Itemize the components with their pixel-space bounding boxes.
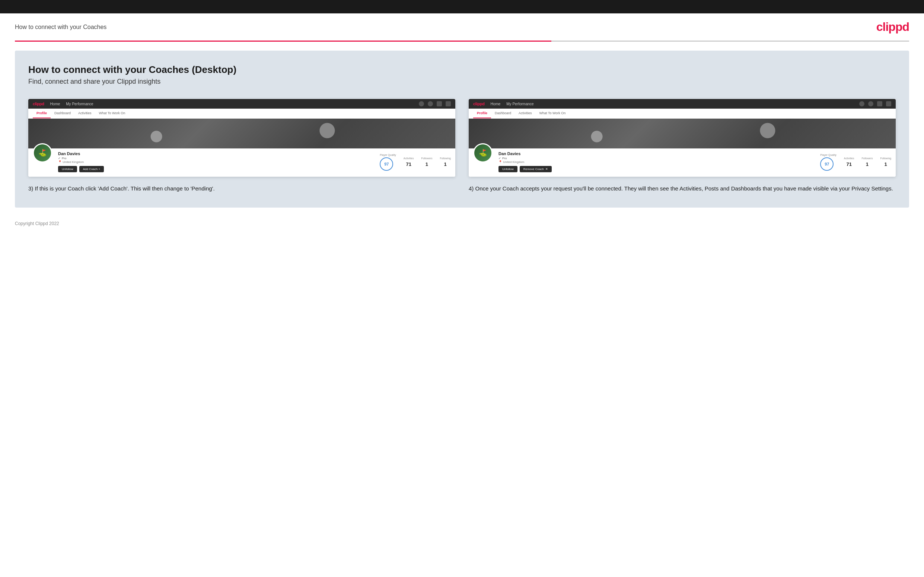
footer: Copyright Clippd 2022: [0, 216, 924, 234]
mock-hero-img-1: [28, 119, 455, 148]
mock-hero-img-2: [469, 119, 896, 148]
mock-stat-following-1: Following 1: [439, 157, 451, 168]
mock-name-2: Dan Davies: [499, 152, 814, 156]
instruction-text-2: 4) Once your Coach accepts your request …: [469, 184, 896, 193]
settings-icon-1: [437, 101, 442, 106]
mock-buttons-1: Unfollow Add Coach +: [58, 166, 374, 172]
mock-stat-quality-1: Player Quality 97: [380, 154, 396, 171]
user-icon-1: [428, 101, 433, 106]
mock-nav-2: clippd Home My Performance: [469, 99, 896, 109]
column-1: clippd Home My Performance Profile Dashb…: [28, 99, 455, 193]
mock-stats-2: Player Quality 97 Activities 71 Follower…: [820, 152, 891, 171]
mock-browser-2: clippd Home My Performance Profile Dashb…: [469, 99, 896, 177]
tab-activities-1[interactable]: Activities: [74, 109, 95, 118]
mock-location-text-1: United Kingdom: [63, 160, 84, 164]
mock-hero-2: [469, 119, 896, 148]
mock-stat-followers-2: Followers 1: [861, 157, 872, 168]
mock-stat-quality-label-1: Player Quality: [380, 154, 396, 156]
mock-logo-1: clippd: [33, 102, 44, 106]
mock-profile-section-2: Dan Davies ✓ Pro 📍 United Kingdom Unfoll…: [469, 148, 896, 177]
mock-stat-following-value-2: 1: [885, 161, 887, 167]
settings-icon-2: [877, 101, 882, 106]
mock-stat-activities-label-1: Activities: [404, 157, 414, 160]
tab-profile-2[interactable]: Profile: [473, 109, 491, 118]
main-content: How to connect with your Coaches (Deskto…: [15, 51, 909, 208]
mock-nav-performance-1: My Performance: [66, 102, 93, 106]
header-title: How to connect with your Coaches: [15, 24, 107, 31]
mock-avatar-1: [33, 143, 52, 163]
mock-stat-quality-2: Player Quality 97: [820, 154, 837, 171]
mock-avatar-2: [473, 143, 493, 163]
mock-stat-activities-2: Activities 71: [844, 157, 855, 168]
mock-browser-1: clippd Home My Performance Profile Dashb…: [28, 99, 455, 177]
mock-stat-followers-label-2: Followers: [861, 157, 872, 160]
mock-nav-performance-2: My Performance: [506, 102, 533, 106]
logo: clippd: [876, 20, 909, 34]
location-icon-2: 📍: [499, 160, 503, 164]
mock-nav-home-1: Home: [50, 102, 60, 106]
unfollow-button-2[interactable]: Unfollow: [499, 166, 517, 172]
top-bar: [0, 0, 924, 13]
mock-logo-2: clippd: [473, 102, 485, 106]
columns: clippd Home My Performance Profile Dashb…: [28, 99, 896, 193]
mock-stat-activities-value-1: 71: [406, 161, 411, 167]
check-icon-2: ✓: [499, 156, 501, 160]
mock-nav-home-2: Home: [491, 102, 501, 106]
mock-stat-following-label-1: Following: [439, 157, 451, 160]
remove-coach-x-icon: ✕: [545, 168, 548, 171]
tab-dashboard-2[interactable]: Dashboard: [491, 109, 515, 118]
page-heading: How to connect with your Coaches (Deskto…: [28, 64, 896, 76]
remove-coach-button-2[interactable]: Remove Coach ✕: [520, 166, 552, 172]
mock-nav-right-1: [419, 101, 451, 106]
mock-stats-1: Player Quality 97 Activities 71 Follower…: [380, 152, 451, 171]
search-icon-2: [859, 101, 864, 106]
mock-pro-label-2: Pro: [502, 156, 507, 160]
mock-profile-section-1: Dan Davies ✓ Pro 📍 United Kingdom Unfoll…: [28, 148, 455, 177]
check-icon-1: ✓: [58, 156, 61, 160]
mock-stat-following-label-2: Following: [880, 157, 891, 160]
mock-tabs-2: Profile Dashboard Activities What To Wor…: [469, 109, 896, 119]
user-icon-2: [868, 101, 873, 106]
avatar-icon-2: [886, 101, 891, 106]
tab-dashboard-1[interactable]: Dashboard: [51, 109, 74, 118]
tab-activities-2[interactable]: Activities: [515, 109, 536, 118]
mock-quality-circle-1: 97: [380, 157, 393, 171]
mock-profile-info-2: Dan Davies ✓ Pro 📍 United Kingdom Unfoll…: [499, 152, 814, 172]
unfollow-button-1[interactable]: Unfollow: [58, 166, 77, 172]
mock-tabs-1: Profile Dashboard Activities What To Wor…: [28, 109, 455, 119]
mock-stat-activities-label-2: Activities: [844, 157, 855, 160]
mock-hero-1: [28, 119, 455, 148]
search-icon-1: [419, 101, 424, 106]
avatar-icon-1: [446, 101, 451, 106]
column-2: clippd Home My Performance Profile Dashb…: [469, 99, 896, 193]
remove-coach-label: Remove Coach: [523, 168, 544, 171]
instruction-text-1: 3) If this is your Coach click 'Add Coac…: [28, 184, 455, 193]
mock-pro-badge-1: ✓ Pro: [58, 156, 374, 160]
mock-pro-badge-2: ✓ Pro: [499, 156, 814, 160]
tab-whattoworkon-2[interactable]: What To Work On: [536, 109, 570, 118]
mock-quality-circle-2: 97: [820, 157, 834, 171]
add-coach-button-1[interactable]: Add Coach +: [79, 166, 104, 172]
page-subheading: Find, connect and share your Clippd insi…: [28, 78, 896, 85]
mock-location-1: 📍 United Kingdom: [58, 160, 374, 164]
mock-stat-followers-value-2: 1: [866, 161, 869, 167]
mock-nav-right-2: [859, 101, 891, 106]
mock-stat-followers-value-1: 1: [425, 161, 428, 167]
mock-stat-followers-1: Followers 1: [421, 157, 432, 168]
tab-profile-1[interactable]: Profile: [33, 109, 51, 118]
mock-stat-following-value-1: 1: [444, 161, 447, 167]
mock-stat-following-2: Following 1: [880, 157, 891, 168]
mock-nav-1: clippd Home My Performance: [28, 99, 455, 109]
mock-stat-quality-label-2: Player Quality: [820, 154, 837, 156]
mock-name-1: Dan Davies: [58, 152, 374, 156]
location-icon-1: 📍: [58, 160, 63, 164]
mock-stat-followers-label-1: Followers: [421, 157, 432, 160]
mock-avatar-wrap-2: [473, 143, 493, 163]
mock-avatar-wrap-1: [33, 143, 52, 163]
mock-location-2: 📍 United Kingdom: [499, 160, 814, 164]
mock-pro-label-1: Pro: [62, 156, 66, 160]
tab-whattoworkon-1[interactable]: What To Work On: [95, 109, 129, 118]
header: How to connect with your Coaches clippd: [0, 13, 924, 40]
mock-profile-info-1: Dan Davies ✓ Pro 📍 United Kingdom Unfoll…: [58, 152, 374, 172]
mock-stat-activities-1: Activities 71: [404, 157, 414, 168]
